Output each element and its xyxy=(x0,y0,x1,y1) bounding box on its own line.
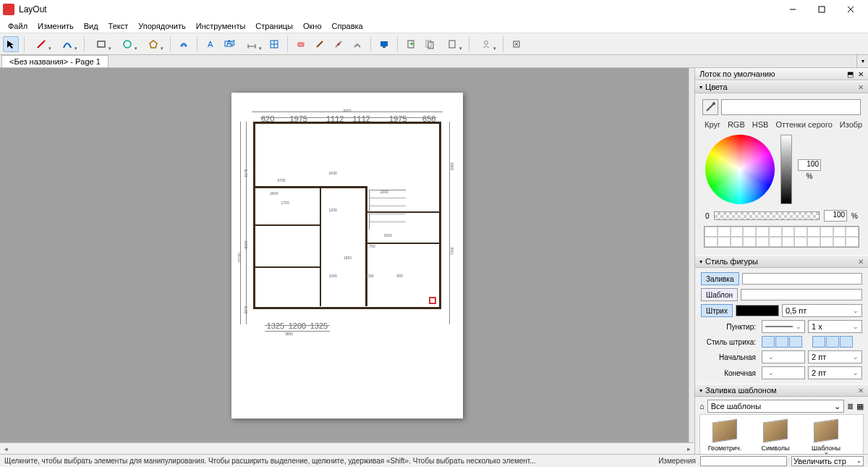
close-button[interactable] xyxy=(836,0,865,19)
opacity-input[interactable]: 100 xyxy=(824,210,847,222)
zoom-combo[interactable]: Увеличить стр xyxy=(791,456,864,466)
svg-line-32 xyxy=(707,104,714,111)
pattern-folder-item[interactable]: Символы материалов xyxy=(755,421,796,454)
svg-text:A1: A1 xyxy=(226,39,234,47)
menu-view[interactable]: Вид xyxy=(79,20,103,32)
toolbar-overflow[interactable] xyxy=(509,36,524,52)
grid-view-icon[interactable]: ▦ xyxy=(856,402,864,411)
page-nav-button[interactable] xyxy=(441,36,464,52)
menu-file[interactable]: Файл xyxy=(3,20,33,32)
join-style-buttons[interactable] xyxy=(812,336,853,348)
dash-label: Пунктир: xyxy=(701,323,759,331)
presentation-tool[interactable] xyxy=(376,36,392,52)
page[interactable]: 8450 620 1975 1112 1112 1975 656 xyxy=(231,93,463,418)
folder-icon xyxy=(814,419,838,443)
menu-tools[interactable]: Инструменты xyxy=(191,20,251,32)
tray-title[interactable]: Лоток по умолчанию ⬒ ✕ xyxy=(695,68,868,80)
dim-overall-height: 15700 xyxy=(237,253,242,263)
tab-dropdown[interactable]: ▾ xyxy=(856,55,868,67)
user-button[interactable] xyxy=(475,36,498,52)
fill-toggle-button[interactable]: Заливка xyxy=(701,272,739,285)
style-tool[interactable] xyxy=(312,36,328,52)
erase-tool[interactable] xyxy=(293,36,309,52)
svg-marker-7 xyxy=(150,41,157,48)
text-tool[interactable]: A xyxy=(203,36,218,52)
panel-colors-close-icon[interactable]: ✕ xyxy=(858,83,864,91)
floorplan-drawing: 5700 2600 1750 1000 2530 2500 3430 1800 … xyxy=(253,122,441,309)
panel-shapestyle-body: Заливка Шаблон Штрих 0,5 пт Пунктир: 1 x… xyxy=(695,268,868,384)
eyedropper-button[interactable] xyxy=(702,99,718,115)
status-hint: Щелкните, чтобы выбрать элементы для ман… xyxy=(4,457,654,465)
panel-colors-header[interactable]: Цвета ✕ xyxy=(695,80,868,93)
dimension-tool[interactable] xyxy=(240,36,263,52)
line-tool[interactable] xyxy=(30,36,53,52)
cap-style-buttons[interactable] xyxy=(762,336,802,348)
brightness-input[interactable]: 100 xyxy=(798,159,821,171)
color-tab-hsb[interactable]: HSB xyxy=(750,119,771,130)
stroke-toggle-button[interactable]: Штрих xyxy=(701,304,733,317)
select-tool[interactable] xyxy=(3,36,19,52)
document-tab[interactable]: <Без названия> - Page 1 xyxy=(1,55,109,67)
minimize-button[interactable] xyxy=(778,0,807,19)
color-wheel[interactable] xyxy=(705,135,775,204)
tray-autohide-icon[interactable]: ⬒ xyxy=(847,70,854,78)
measure-field[interactable] xyxy=(700,456,787,466)
svg-line-18 xyxy=(317,41,323,47)
pattern-folder-item[interactable]: Геометрич. плитки xyxy=(705,421,745,454)
panel-shapestyle-close-icon[interactable]: ✕ xyxy=(858,258,864,266)
panel-colors-body: Круг RGB HSB Оттенки серого Изобр ▸ 100 … xyxy=(695,93,868,255)
table-tool[interactable] xyxy=(266,36,282,52)
stroke-color-swatch[interactable] xyxy=(736,305,779,316)
tray-close-icon[interactable]: ✕ xyxy=(858,70,864,78)
panel-patternfill-header[interactable]: Заливка шаблоном ✕ xyxy=(695,384,868,397)
dash-scale-combo[interactable]: 1 x xyxy=(808,320,862,333)
end-arrow-combo[interactable] xyxy=(762,366,805,379)
canvas-area[interactable]: 8450 620 1975 1112 1112 1975 656 xyxy=(0,68,694,454)
color-tab-image[interactable]: Изобр xyxy=(838,119,864,130)
brightness-slider[interactable] xyxy=(780,135,792,204)
stroke-width-combo[interactable]: 0,5 пт xyxy=(782,304,862,317)
scroll-left-arrow[interactable]: ◂ xyxy=(0,445,12,453)
horizontal-scrollbar[interactable]: ◂ ▸ xyxy=(0,442,694,454)
maximize-button[interactable] xyxy=(807,0,836,19)
current-color-swatch[interactable] xyxy=(721,99,861,115)
color-tab-rgb[interactable]: RGB xyxy=(726,119,747,130)
arc-tool[interactable] xyxy=(56,36,79,52)
menu-help[interactable]: Справка xyxy=(327,20,368,32)
pattern-toggle-button[interactable]: Шаблон xyxy=(701,288,738,301)
label-tool[interactable]: A1 xyxy=(221,36,237,52)
pattern-swatch[interactable] xyxy=(741,289,862,300)
polygon-tool[interactable] xyxy=(142,36,165,52)
pattern-folder-item[interactable]: Шаблоны сайта xyxy=(806,421,846,454)
circle-tool[interactable] xyxy=(116,36,139,52)
list-view-icon[interactable]: ≣ xyxy=(847,402,854,411)
measure-label: Измерения xyxy=(658,457,696,465)
menu-text[interactable]: Текст xyxy=(103,20,134,32)
color-mode-tabs: Круг RGB HSB Оттенки серого Изобр ▸ xyxy=(699,118,864,132)
duplicate-page-button[interactable] xyxy=(422,36,438,52)
menu-pages[interactable]: Страницы xyxy=(250,20,298,32)
dash-pattern-combo[interactable] xyxy=(762,320,805,333)
svg-rect-17 xyxy=(298,43,304,46)
panel-shapestyle-header[interactable]: Стиль фигуры ✕ xyxy=(695,255,868,268)
color-swatch-grid[interactable] xyxy=(704,226,859,248)
menu-window[interactable]: Окно xyxy=(298,20,327,32)
start-arrow-combo[interactable] xyxy=(762,350,805,363)
rectangle-tool[interactable] xyxy=(90,36,113,52)
offset-tool[interactable] xyxy=(176,36,192,52)
opacity-slider[interactable] xyxy=(714,211,820,220)
scroll-right-arrow[interactable]: ▸ xyxy=(683,445,694,453)
color-tab-gray[interactable]: Оттенки серого xyxy=(773,119,834,130)
start-arrow-size-combo[interactable]: 2 пт xyxy=(808,350,862,363)
home-icon[interactable]: ⌂ xyxy=(699,402,705,411)
menu-arrange[interactable]: Упорядочить xyxy=(133,20,190,32)
color-tab-wheel[interactable]: Круг xyxy=(702,119,723,130)
menu-edit[interactable]: Изменить xyxy=(33,20,79,32)
end-arrow-size-combo[interactable]: 2 пт xyxy=(808,366,862,379)
pattern-folder-combo[interactable]: Все шаблоны⌄ xyxy=(707,400,844,413)
split-tool[interactable] xyxy=(331,36,346,52)
join-tool[interactable] xyxy=(349,36,365,52)
add-page-button[interactable]: + xyxy=(403,36,419,52)
fill-color-swatch[interactable] xyxy=(742,273,863,285)
panel-patternfill-close-icon[interactable]: ✕ xyxy=(858,387,864,395)
